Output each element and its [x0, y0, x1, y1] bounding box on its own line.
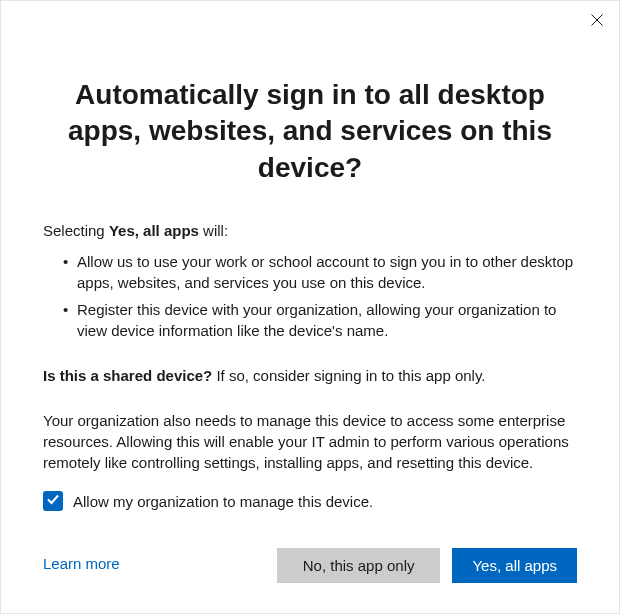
learn-more-link[interactable]: Learn more — [43, 555, 120, 572]
intro-text: Selecting Yes, all apps will: — [43, 222, 577, 239]
org-manage-text: Your organization also needs to manage t… — [43, 410, 577, 473]
checkmark-icon — [46, 492, 60, 510]
list-item: Allow us to use your work or school acco… — [63, 251, 577, 293]
dialog-content: Automatically sign in to all desktop app… — [1, 1, 619, 573]
shared-rest: If so, consider signing in to this app o… — [212, 367, 485, 384]
no-this-app-only-button[interactable]: No, this app only — [277, 548, 441, 583]
dialog-title: Automatically sign in to all desktop app… — [43, 77, 577, 186]
list-item: Register this device with your organizat… — [63, 299, 577, 341]
shared-bold: Is this a shared device? — [43, 367, 212, 384]
close-icon — [591, 14, 603, 29]
yes-all-apps-button[interactable]: Yes, all apps — [452, 548, 577, 583]
intro-prefix: Selecting — [43, 222, 109, 239]
intro-bold: Yes, all apps — [109, 222, 199, 239]
checkbox-label[interactable]: Allow my organization to manage this dev… — [73, 493, 373, 510]
allow-manage-checkbox[interactable] — [43, 491, 63, 511]
bullet-list: Allow us to use your work or school acco… — [43, 251, 577, 341]
close-button[interactable] — [585, 9, 609, 33]
checkbox-row: Allow my organization to manage this dev… — [43, 491, 577, 511]
shared-device-text: Is this a shared device? If so, consider… — [43, 365, 577, 386]
intro-suffix: will: — [199, 222, 228, 239]
button-row: No, this app only Yes, all apps — [277, 548, 577, 583]
